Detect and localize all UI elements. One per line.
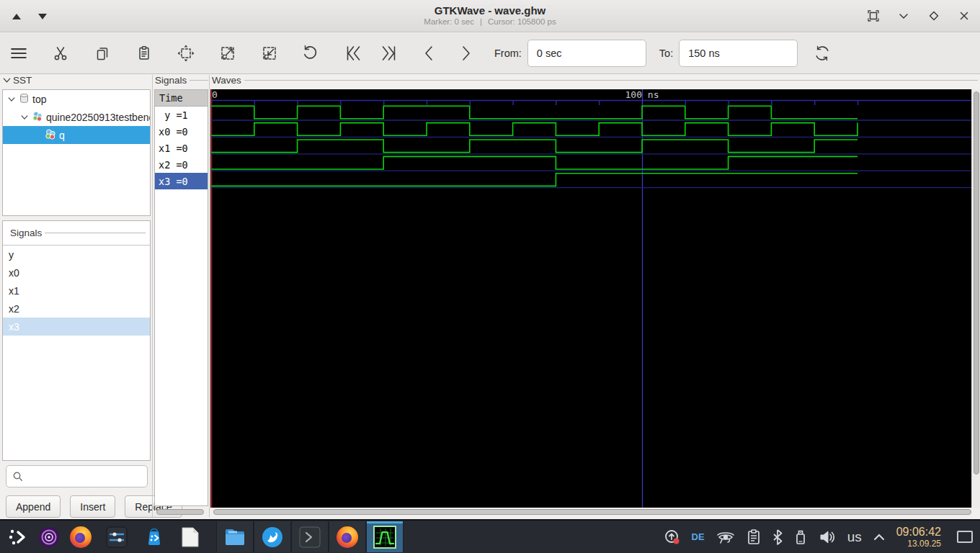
skip-to-end-button[interactable] bbox=[375, 39, 404, 68]
skip-to-start-button[interactable] bbox=[339, 39, 368, 68]
maximize-button[interactable] bbox=[924, 6, 944, 26]
settings-button[interactable] bbox=[101, 521, 133, 552]
signal-row-x1[interactable]: x1 =0 bbox=[155, 140, 208, 156]
tree-expander-icon[interactable] bbox=[6, 95, 17, 104]
search-list-item-y[interactable]: y bbox=[3, 246, 150, 264]
waveform-x2 bbox=[211, 156, 858, 169]
waves-vertical-scrollbar[interactable] bbox=[971, 89, 980, 508]
settings-sliders-icon bbox=[106, 526, 128, 548]
time-column-header[interactable]: Time bbox=[155, 90, 208, 107]
fullscreen-button[interactable] bbox=[863, 6, 883, 26]
signal-row-x2[interactable]: x2 =0 bbox=[155, 156, 208, 173]
chevron-right-icon bbox=[456, 44, 475, 63]
insert-button[interactable]: Insert bbox=[70, 495, 115, 518]
show-desktop-button[interactable] bbox=[957, 531, 973, 543]
signal-row-x0[interactable]: x0 =0 bbox=[155, 123, 208, 140]
taskbar-window-firefox[interactable] bbox=[329, 521, 366, 552]
firefox-button[interactable] bbox=[65, 521, 97, 552]
fullscreen-icon bbox=[866, 9, 881, 23]
taskbar-window-bird-app[interactable] bbox=[254, 521, 291, 552]
eye-of-horus-tray-icon[interactable] bbox=[716, 530, 735, 544]
keyboard-layout-us-indicator[interactable]: us bbox=[847, 529, 862, 545]
to-input[interactable] bbox=[679, 40, 798, 67]
bird-app-icon bbox=[262, 526, 283, 548]
tor-browser-icon bbox=[38, 526, 60, 548]
names-column-scrollbar[interactable] bbox=[156, 509, 204, 515]
keyboard-layout-de-indicator[interactable]: DE bbox=[692, 531, 705, 542]
main-toolbar: From: To: bbox=[0, 33, 980, 74]
waves-horizontal-scrollbar[interactable] bbox=[212, 509, 977, 515]
tray-expand-chevron-icon[interactable] bbox=[873, 534, 885, 541]
tree-item-top[interactable]: top bbox=[3, 90, 150, 108]
signal-search-panel: Signals yx0x1x2x3 bbox=[2, 220, 151, 461]
pane-splitter-right[interactable] bbox=[209, 75, 210, 517]
paste-icon bbox=[135, 45, 153, 62]
terminal-icon bbox=[299, 526, 321, 548]
text-editor-button[interactable] bbox=[174, 521, 206, 552]
paste-button[interactable] bbox=[130, 39, 159, 68]
taskbar-window-gtkwave[interactable] bbox=[366, 521, 404, 552]
module-icon bbox=[19, 93, 30, 106]
clock[interactable]: 09:06:42 13.09.25 bbox=[896, 526, 941, 548]
hamburger-menu-icon bbox=[9, 44, 28, 63]
signal-search-list[interactable]: yx0x1x2x3 bbox=[3, 246, 150, 336]
to-label: To: bbox=[659, 48, 673, 59]
tree-item-quine20250913testbench[interactable]: quine20250913testbench bbox=[3, 108, 150, 126]
updates-tray-icon[interactable] bbox=[664, 529, 680, 545]
bluetooth-tray-icon[interactable] bbox=[772, 529, 783, 545]
zoom-fit-button[interactable] bbox=[172, 39, 200, 68]
taskbar-window-terminal[interactable] bbox=[291, 521, 329, 552]
search-list-item-x2[interactable]: x2 bbox=[3, 300, 150, 318]
tor-browser-button[interactable] bbox=[33, 521, 65, 552]
clipboard-tray-icon[interactable] bbox=[747, 529, 761, 545]
menu-button[interactable] bbox=[4, 39, 33, 68]
from-input[interactable] bbox=[527, 40, 646, 67]
wave-canvas[interactable]: 0100 ns bbox=[210, 89, 971, 508]
skip-to-end-icon bbox=[379, 43, 399, 63]
undo-button[interactable] bbox=[297, 39, 326, 68]
volume-tray-icon[interactable] bbox=[819, 529, 836, 545]
signal-row-y[interactable]: y =1 bbox=[155, 107, 208, 123]
minimize-button[interactable] bbox=[894, 6, 914, 26]
waveform-x3 bbox=[211, 174, 858, 186]
window-subtitle: Marker: 0 sec|Cursor: 105800 ps bbox=[0, 17, 980, 27]
tree-item-q[interactable]: q bbox=[3, 126, 150, 144]
zoom-out-icon bbox=[260, 44, 279, 63]
waves-vscroll-thumb[interactable] bbox=[974, 91, 979, 475]
file-manager-icon bbox=[224, 528, 246, 547]
gtkwave-icon bbox=[373, 526, 396, 549]
cut-button[interactable] bbox=[46, 39, 75, 68]
zoom-out-button[interactable] bbox=[255, 39, 284, 68]
zoom-in-button[interactable] bbox=[213, 39, 242, 68]
marker-readout: Marker: 0 sec bbox=[421, 17, 477, 26]
prev-edge-button[interactable] bbox=[415, 39, 444, 68]
signal-search-input[interactable] bbox=[6, 465, 148, 487]
cut-icon bbox=[52, 45, 69, 62]
tree-expander-icon[interactable] bbox=[19, 113, 30, 122]
usb-device-tray-icon[interactable] bbox=[794, 529, 807, 545]
waveform-x1 bbox=[211, 140, 858, 153]
sst-tree[interactable]: topquine20250913testbenchq bbox=[2, 89, 151, 216]
pane-splitter-left[interactable] bbox=[152, 75, 153, 517]
close-button[interactable] bbox=[954, 6, 974, 26]
waves-pane-label: Waves bbox=[212, 75, 241, 86]
copy-button[interactable] bbox=[88, 39, 117, 68]
tree-item-label: quine20250913testbench bbox=[46, 112, 151, 123]
search-list-item-x3[interactable]: x3 bbox=[3, 318, 150, 336]
skip-to-start-icon bbox=[343, 43, 363, 63]
waveform-plot: 0100 ns bbox=[210, 89, 971, 508]
search-list-item-x0[interactable]: x0 bbox=[3, 264, 150, 282]
waves-hscroll-thumb[interactable] bbox=[213, 509, 971, 515]
signal-row-x3[interactable]: x3 =0 bbox=[155, 173, 208, 189]
app-launcher-button[interactable] bbox=[1, 521, 33, 552]
search-list-item-x1[interactable]: x1 bbox=[3, 282, 150, 300]
reload-button[interactable] bbox=[808, 39, 837, 68]
taskbar-window-file-manager[interactable] bbox=[216, 521, 254, 552]
chevron-left-icon bbox=[420, 44, 439, 63]
next-edge-button[interactable] bbox=[451, 39, 480, 68]
append-button[interactable]: Append bbox=[6, 495, 61, 518]
clock-time: 09:06:42 bbox=[896, 526, 941, 538]
software-store-button[interactable] bbox=[138, 521, 170, 552]
clock-date: 13.09.25 bbox=[896, 539, 941, 548]
sst-expander-icon[interactable] bbox=[2, 76, 12, 85]
